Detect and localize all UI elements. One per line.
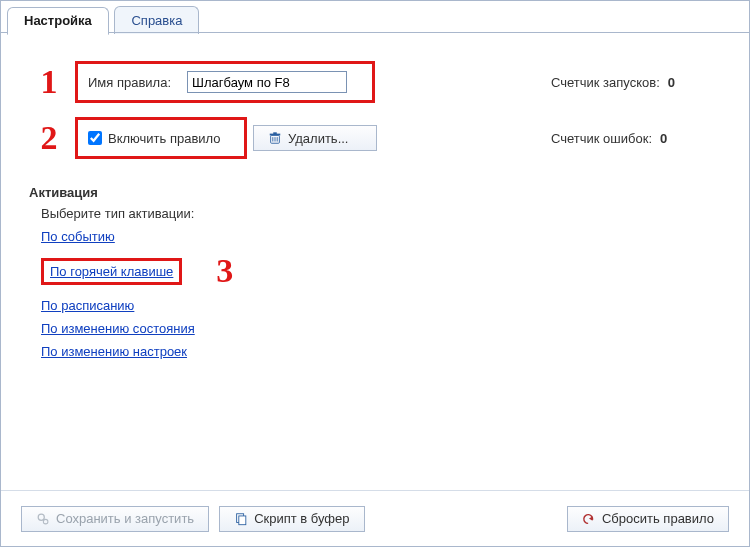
tab-content: 1 Имя правила: Счетчик запусков: 0 2 Вкл… [1, 33, 749, 490]
undo-arrow-icon [582, 512, 596, 526]
svg-point-6 [38, 514, 44, 520]
script-to-buffer-label: Скрипт в буфер [254, 511, 349, 526]
runs-counter: Счетчик запусков: 0 [551, 75, 721, 90]
tabstrip: Настройка Справка [1, 1, 749, 33]
activation-subtitle: Выберите тип активации: [41, 206, 721, 221]
enable-rule-label: Включить правило [108, 131, 221, 146]
delete-button-label: Удалить... [288, 131, 348, 146]
errors-counter: Счетчик ошибок: 0 [551, 131, 721, 146]
link-by-state-change[interactable]: По изменению состояния [41, 321, 195, 336]
script-to-buffer-button[interactable]: Скрипт в буфер [219, 506, 364, 532]
errors-counter-label: Счетчик ошибок: [551, 131, 652, 146]
reset-rule-label: Сбросить правило [602, 511, 714, 526]
highlight-1: Имя правила: [75, 61, 375, 103]
gears-icon [36, 512, 50, 526]
save-and-run-button[interactable]: Сохранить и запустить [21, 506, 209, 532]
highlight-2: Включить правило [75, 117, 247, 159]
reset-rule-button[interactable]: Сбросить правило [567, 506, 729, 532]
link-by-event[interactable]: По событию [41, 229, 115, 244]
highlight-3: По горячей клавише [41, 258, 182, 285]
highlight-3-row: По горячей клавише 3 [41, 252, 233, 290]
annotation-2: 2 [29, 119, 69, 157]
link-by-settings-change[interactable]: По изменению настроек [41, 344, 187, 359]
activation-title: Активация [29, 185, 721, 200]
save-and-run-label: Сохранить и запустить [56, 511, 194, 526]
svg-rect-5 [273, 132, 277, 134]
annotation-3: 3 [216, 252, 233, 290]
link-by-hotkey[interactable]: По горячей клавише [50, 264, 173, 279]
tab-settings[interactable]: Настройка [7, 7, 109, 35]
enable-rule-checkbox-wrap[interactable]: Включить правило [88, 131, 221, 146]
svg-marker-10 [589, 516, 593, 520]
runs-counter-value: 0 [668, 75, 675, 90]
enable-delete-row: 2 Включить правило Удалить... [29, 117, 721, 159]
errors-counter-value: 0 [660, 131, 667, 146]
svg-point-7 [43, 519, 48, 524]
rule-name-row: 1 Имя правила: Счетчик запусков: 0 [29, 61, 721, 103]
delete-button[interactable]: Удалить... [253, 125, 377, 151]
annotation-1: 1 [29, 63, 69, 101]
trash-icon [268, 131, 282, 145]
footer-bar: Сохранить и запустить Скрипт в буфер Сбр… [1, 490, 749, 546]
rule-name-label: Имя правила: [88, 75, 171, 90]
activation-links: По событию По горячей клавише 3 По распи… [41, 229, 233, 359]
copy-icon [234, 512, 248, 526]
link-by-schedule[interactable]: По расписанию [41, 298, 134, 313]
rule-name-input[interactable] [187, 71, 347, 93]
svg-rect-9 [239, 515, 246, 524]
settings-window: Настройка Справка 1 Имя правила: Счетчик… [0, 0, 750, 547]
tab-help[interactable]: Справка [114, 6, 199, 34]
enable-rule-checkbox[interactable] [88, 131, 102, 145]
runs-counter-label: Счетчик запусков: [551, 75, 660, 90]
